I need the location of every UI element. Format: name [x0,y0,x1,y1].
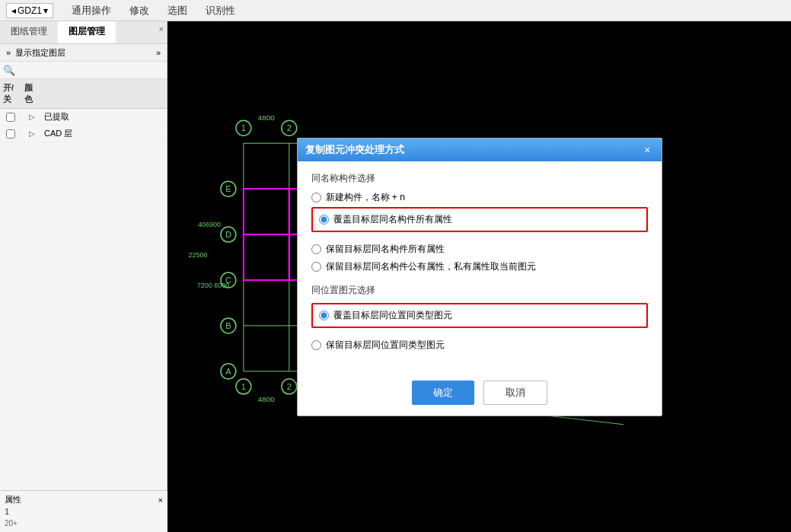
toolbar-expand-icon[interactable]: » [3,46,14,59]
main-layout: 图纸管理 图层管理 × » 显示指定图层 » 🔍 开/关 颜色 ▷ 已提取 [0,21,791,532]
radio-option-3[interactable]: 保留目标层同名构件所有属性 [311,243,648,256]
layer-item-2: ▷ CAD 层 [0,126,167,142]
svg-text:22500: 22500 [188,251,207,259]
radio-group-section1-rest: 保留目标层同名构件所有属性 保留目标层同名构件公有属性，私有属性取当前图元 [311,243,648,273]
properties-section: 属性 × 1 20+ [0,490,167,532]
properties-close-icon[interactable]: × [158,495,163,505]
radio-input-5[interactable] [319,311,329,320]
svg-rect-13 [244,234,289,280]
dialog-titlebar: 复制图元冲突处理方式 × [298,139,662,161]
layer-name-1: 已提取 [43,109,167,125]
dialog-body: 同名称构件选择 新建构件，名称 + n 覆盖目标层同名构件所有属性 [298,161,662,373]
cancel-button[interactable]: 取消 [483,381,547,405]
svg-text:1: 1 [241,382,246,391]
radio-option-4[interactable]: 保留目标层同名构件公有属性，私有属性取当前图元 [311,260,648,273]
radio-group-highlighted-1: 覆盖目标层同名构件所有属性 [311,207,648,232]
layer-header: 开/关 颜色 [0,79,167,109]
menu-item-identify[interactable]: 识别性 [206,4,235,18]
svg-text:2: 2 [287,382,292,391]
tab-layer-mgmt[interactable]: 图层管理 [58,21,116,43]
svg-text:E: E [225,184,231,193]
layer-expand-2[interactable]: ▷ [21,129,43,138]
layer-item: ▷ 已提取 [0,109,167,126]
dialog-close-button[interactable]: × [641,145,653,155]
col-header-onoff: 开/关 [0,81,21,107]
section2-title: 同位置图元选择 [311,284,648,297]
panel-close-icon[interactable]: × [159,24,164,33]
search-icon[interactable]: 🔍 [3,64,15,76]
radio-label-3: 保留目标层同名构件所有属性 [326,243,445,256]
svg-text:4800: 4800 [258,395,276,403]
col-header-color: 颜色 [21,81,43,107]
radio-label-5: 覆盖目标层同位置同类型图元 [333,309,452,322]
panel-filter-row: 🔍 [0,62,167,79]
dropdown-arrow: ▾ [43,5,48,16]
top-bar: ◂ GDZ1 ▾ 通用操作 修改 选图 识别性 [0,0,791,21]
radio-input-6[interactable] [311,340,321,350]
properties-label: 属性 [5,494,21,505]
dropdown-arrow-left: ◂ [11,5,16,16]
radio-group-section1-outer: 新建构件，名称 + n [311,191,648,204]
project-dropdown[interactable]: ◂ GDZ1 ▾ [6,3,53,18]
properties-header: 属性 × [5,494,163,505]
tab-drawing-mgmt[interactable]: 图纸管理 [0,21,58,43]
radio-option-6[interactable]: 保留目标层同位置同类型图元 [311,339,648,352]
radio-option-1[interactable]: 新建构件，名称 + n [311,191,648,204]
radio-label-4: 保留目标层同名构件公有属性，私有属性取当前图元 [326,260,536,273]
dialog-title: 复制图元冲突处理方式 [305,143,404,157]
toolbar-expand-right-icon[interactable]: » [153,46,164,59]
layer-name-2: CAD 层 [43,126,167,142]
left-panel: 图纸管理 图层管理 × » 显示指定图层 » 🔍 开/关 颜色 ▷ 已提取 [0,21,167,532]
svg-text:B: B [225,321,231,330]
radio-input-4[interactable] [311,262,321,272]
radio-group-highlighted-2: 覆盖目标层同位置同类型图元 [311,303,648,328]
menu-item-modify[interactable]: 修改 [129,4,149,18]
panel-toolbar: » 显示指定图层 » [0,44,167,62]
display-layer-label: 显示指定图层 [15,47,65,59]
canvas-area[interactable]: E D C B A 1 2 4800 1 2 3 [167,21,791,532]
conflict-dialog: 复制图元冲突处理方式 × 同名称构件选择 新建构件，名称 + n [297,138,662,416]
svg-text:1: 1 [241,123,246,132]
menu-item-select[interactable]: 选图 [167,4,187,18]
radio-input-2[interactable] [319,215,329,225]
dropdown-value: GDZ1 [18,5,42,16]
top-menu: 通用操作 修改 选图 识别性 [72,4,235,18]
svg-text:7200 6000: 7200 6000 [197,282,229,289]
ok-button[interactable]: 确定 [412,381,474,405]
properties-value-1: 1 [5,505,163,518]
svg-text:A: A [225,367,231,376]
svg-rect-11 [244,189,289,234]
layer-list: ▷ 已提取 ▷ CAD 层 [0,109,167,532]
radio-group-section2-rest: 保留目标层同位置同类型图元 [311,339,648,352]
menu-item-general[interactable]: 通用操作 [72,4,111,18]
svg-text:406900: 406900 [198,221,221,228]
svg-text:D: D [225,230,231,239]
panel-tabs: 图纸管理 图层管理 × [0,21,167,44]
radio-option-2[interactable]: 覆盖目标层同名构件所有属性 [319,213,640,226]
layer-expand-1[interactable]: ▷ [21,113,43,121]
layer-checkbox-1[interactable] [0,111,21,123]
layer-check-1[interactable] [6,113,15,122]
layer-checkbox-2[interactable] [0,128,21,140]
dialog-footer: 确定 取消 [298,373,662,416]
section1-title: 同名称构件选择 [311,172,648,185]
radio-label-6: 保留目标层同位置同类型图元 [326,339,445,352]
radio-label-2: 覆盖目标层同名构件所有属性 [333,213,452,226]
radio-option-5[interactable]: 覆盖目标层同位置同类型图元 [319,309,640,322]
radio-input-1[interactable] [311,193,321,202]
properties-extra: 20+ [5,518,163,529]
radio-label-1: 新建构件，名称 + n [326,191,405,204]
radio-input-3[interactable] [311,244,321,254]
svg-text:2: 2 [287,123,292,132]
svg-text:4800: 4800 [258,113,276,122]
layer-check-2[interactable] [6,129,15,139]
col-header-name [43,81,167,107]
